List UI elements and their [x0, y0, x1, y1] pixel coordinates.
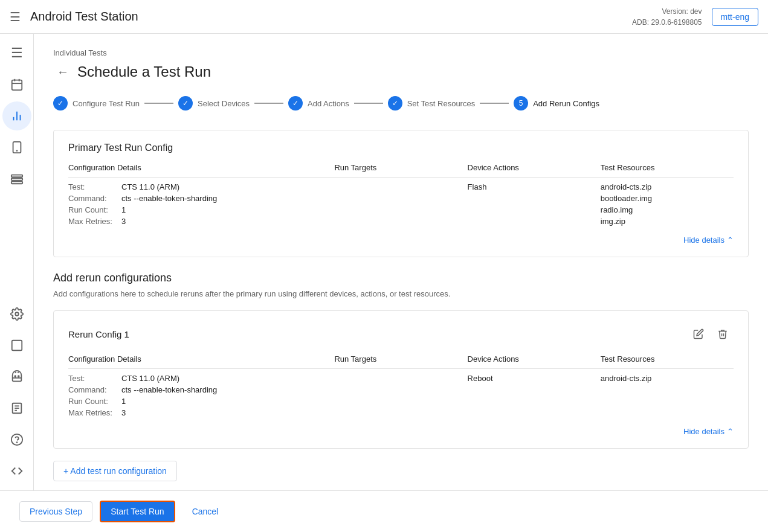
cancel-button[interactable]: Cancel — [182, 502, 228, 521]
content-area: Individual Tests ← Schedule a Test Run ✓… — [34, 34, 768, 490]
sidebar-icon-chart[interactable] — [2, 101, 31, 130]
rerun-section-title: Add rerun configurations — [53, 272, 749, 284]
page-title: Schedule a Test Run — [77, 63, 211, 80]
resource-2: bootloader.img — [601, 194, 734, 203]
sidebar-icon-help[interactable] — [2, 425, 31, 454]
step-rerun-configs: 5 Add Rerun Configs — [514, 96, 599, 111]
sidebar-icon-code[interactable] — [2, 457, 31, 486]
sidebar: ☰ — [0, 34, 34, 490]
svg-rect-9 — [11, 175, 22, 178]
previous-step-button[interactable]: Previous Step — [19, 501, 92, 522]
rerun-details-col: Configuration Details Test: CTS 11.0 (AR… — [68, 354, 334, 420]
sidebar-icon-phone[interactable] — [2, 133, 31, 162]
app-title: Android Test Station — [30, 10, 622, 24]
rerun-test-resources-col: Test Resources android-cts.zip — [601, 354, 734, 420]
menu-icon[interactable]: ☰ — [10, 10, 21, 24]
add-config-button[interactable]: + Add test run configuration — [53, 461, 177, 481]
step-4-label: Set Test Resources — [407, 99, 475, 108]
sidebar-icon-list[interactable]: ☰ — [2, 39, 31, 68]
rerun-config-1-card: Rerun Config 1 Con — [53, 310, 749, 449]
sidebar-icon-notes[interactable] — [2, 394, 31, 423]
step-3-label: Add Actions — [308, 99, 349, 108]
rerun-test-field: Test: CTS 11.0 (ARM) — [68, 374, 334, 383]
test-field: Test: CTS 11.0 (ARM) — [68, 182, 334, 191]
topbar: ☰ Android Test Station Version: dev ADB:… — [0, 0, 768, 34]
step-test-resources: ✓ Set Test Resources — [388, 96, 475, 111]
edit-rerun-button[interactable] — [688, 323, 709, 345]
config-details-col: Configuration Details Test: CTS 11.0 (AR… — [68, 163, 334, 228]
resource-3: radio.img — [601, 205, 734, 214]
step-1-label: Configure Test Run — [73, 99, 140, 108]
env-button[interactable]: mtt-eng — [712, 8, 758, 26]
version-info: Version: dev ADB: 29.0.6-6198805 — [632, 6, 702, 28]
connector-4 — [480, 103, 509, 104]
bottom-bar: Previous Step Start Test Run Cancel — [0, 490, 768, 532]
sidebar-icon-window[interactable] — [2, 331, 31, 360]
step-5-label: Add Rerun Configs — [533, 99, 599, 108]
sidebar-icon-settings[interactable] — [2, 300, 31, 328]
primary-config-grid: Configuration Details Test: CTS 11.0 (AR… — [68, 163, 734, 228]
rerun-device-action-value: Reboot — [468, 374, 601, 383]
hide-details-rerun[interactable]: Hide details ⌃ — [68, 427, 734, 436]
start-test-run-button[interactable]: Start Test Run — [100, 501, 175, 522]
device-actions-col: Device Actions Flash — [468, 163, 601, 228]
step-1-circle: ✓ — [53, 96, 68, 111]
main-layout: ☰ — [0, 34, 768, 490]
step-select-devices: ✓ Select Devices — [178, 96, 250, 111]
svg-rect-11 — [11, 182, 22, 184]
rerun-config-1-title: Rerun Config 1 — [68, 329, 129, 339]
step-2-circle: ✓ — [178, 96, 193, 111]
connector-2 — [254, 103, 283, 104]
rerun-device-actions-col: Device Actions Reboot — [468, 354, 601, 420]
rerun-section-desc: Add configurations here to schedule reru… — [53, 289, 749, 298]
resource-4: img.zip — [601, 217, 734, 226]
step-configure: ✓ Configure Test Run — [53, 96, 140, 111]
primary-config-card: Primary Test Run Config Configuration De… — [53, 130, 749, 257]
command-field: Command: cts --enable-token-sharding — [68, 194, 334, 203]
chevron-up-icon: ⌃ — [727, 236, 734, 245]
step-4-circle: ✓ — [388, 96, 402, 111]
device-action-value: Flash — [468, 182, 601, 191]
svg-rect-13 — [11, 341, 22, 351]
config-details-header: Configuration Details — [68, 163, 334, 178]
chevron-up-icon-rerun: ⌃ — [727, 427, 734, 436]
stepper: ✓ Configure Test Run ✓ Select Devices ✓ … — [53, 96, 749, 111]
svg-point-15 — [18, 376, 19, 377]
rerun-run-count-field: Run Count: 1 — [68, 397, 334, 406]
run-count-field: Run Count: 1 — [68, 205, 334, 214]
rerun-resource-1: android-cts.zip — [601, 374, 734, 383]
delete-rerun-button[interactable] — [712, 323, 734, 345]
svg-rect-0 — [11, 80, 22, 91]
step-add-actions: ✓ Add Actions — [288, 96, 349, 111]
rerun-section: Add rerun configurations Add configurati… — [53, 272, 749, 490]
rerun-card-header: Rerun Config 1 — [68, 323, 734, 345]
sidebar-icon-calendar[interactable] — [2, 70, 31, 99]
rerun-card-actions — [688, 323, 734, 345]
resource-1: android-cts.zip — [601, 182, 734, 191]
rerun-test-resources-header: Test Resources — [601, 354, 734, 369]
rerun-command-field: Command: cts --enable-token-sharding — [68, 385, 334, 394]
rerun-device-actions-header: Device Actions — [468, 354, 601, 369]
svg-point-12 — [15, 312, 19, 316]
max-retries-field: Max Retries: 3 — [68, 217, 334, 226]
step-3-circle: ✓ — [288, 96, 303, 111]
breadcrumb: Individual Tests — [53, 48, 749, 57]
hide-details-primary[interactable]: Hide details ⌃ — [68, 236, 734, 245]
sidebar-icon-storage[interactable] — [2, 164, 31, 193]
rerun-details-header: Configuration Details — [68, 354, 334, 369]
step-5-circle: 5 — [514, 96, 528, 111]
rerun-max-retries-field: Max Retries: 3 — [68, 408, 334, 417]
test-resources-col: Test Resources android-cts.zip bootloade… — [601, 163, 734, 228]
connector-3 — [354, 103, 383, 104]
rerun-run-targets-header: Run Targets — [334, 354, 467, 369]
rerun-config-1-grid: Configuration Details Test: CTS 11.0 (AR… — [68, 354, 734, 420]
page-header: ← Schedule a Test Run — [53, 62, 749, 82]
device-actions-header: Device Actions — [468, 163, 601, 178]
run-targets-col: Run Targets — [334, 163, 467, 228]
connector-1 — [144, 103, 173, 104]
back-button[interactable]: ← — [53, 62, 73, 82]
primary-config-title: Primary Test Run Config — [68, 143, 734, 153]
svg-point-14 — [15, 376, 16, 377]
sidebar-icon-android[interactable] — [2, 362, 31, 391]
rerun-run-targets-col: Run Targets — [334, 354, 467, 420]
